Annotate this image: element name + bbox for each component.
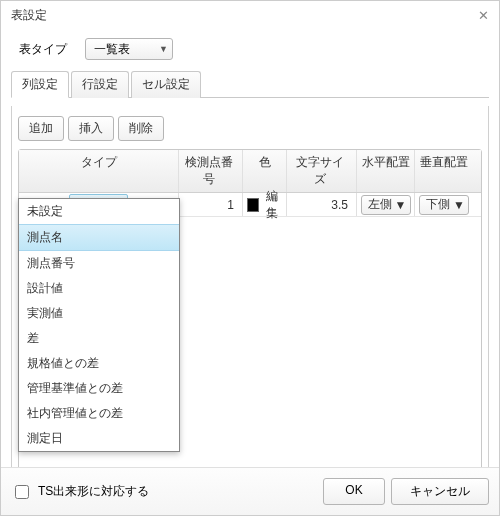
type-option[interactable]: 実測値 (19, 301, 179, 326)
grid-header: タイプ 検測点番号 色 文字サイズ 水平配置 垂直配置 (19, 150, 481, 193)
toolbar: 追加 挿入 削除 (18, 116, 482, 141)
type-option[interactable]: 規格値との差 (19, 351, 179, 376)
type-option[interactable]: 差 (19, 326, 179, 351)
halign-dropdown[interactable]: 左側 ▼ (361, 195, 411, 215)
col-header-type: タイプ (19, 150, 179, 192)
dialog-title: 表設定 (11, 7, 47, 24)
type-options-list: 未設定測点名測点番号設計値実測値差規格値との差管理基準値との差社内管理値との差測… (18, 198, 180, 452)
ts-checkbox-row[interactable]: TS出来形に対応する (11, 482, 149, 502)
insert-button[interactable]: 挿入 (68, 116, 114, 141)
table-type-value: 一覧表 (94, 41, 130, 58)
columns-grid: タイプ 検測点番号 色 文字サイズ 水平配置 垂直配置 測点名 ▼ 1 (18, 149, 482, 498)
type-option[interactable]: 社内管理値との差 (19, 401, 179, 426)
titlebar: 表設定 ✕ (1, 1, 499, 28)
col-header-color: 色 (243, 150, 287, 192)
table-type-dropdown[interactable]: 一覧表 ▼ (85, 38, 173, 60)
chevron-down-icon: ▼ (453, 198, 465, 212)
table-type-label: 表タイプ (19, 41, 67, 58)
close-icon[interactable]: ✕ (478, 8, 489, 23)
type-option[interactable]: 測点番号 (19, 251, 179, 276)
footer-buttons: OK キャンセル (323, 478, 489, 505)
tab-row-settings[interactable]: 行設定 (71, 71, 129, 98)
ts-checkbox-label: TS出来形に対応する (38, 483, 149, 500)
add-button[interactable]: 追加 (18, 116, 64, 141)
type-option[interactable]: 管理基準値との差 (19, 376, 179, 401)
valign-dropdown[interactable]: 下側 ▼ (419, 195, 469, 215)
cell-no: 1 (179, 193, 243, 216)
tabs: 列設定 行設定 セル設定 (11, 70, 489, 98)
tab-cell-settings[interactable]: セル設定 (131, 71, 201, 98)
cancel-button[interactable]: キャンセル (391, 478, 489, 505)
column-settings-panel: 追加 挿入 削除 タイプ 検測点番号 色 文字サイズ 水平配置 垂直配置 測点名… (11, 106, 489, 468)
chevron-down-icon: ▼ (159, 44, 168, 54)
cell-halign: 左側 ▼ (357, 193, 415, 216)
tab-column-settings[interactable]: 列設定 (11, 71, 69, 98)
col-header-no: 検測点番号 (179, 150, 243, 192)
cell-color[interactable]: 編集 (243, 193, 287, 216)
type-option[interactable]: 測点名 (19, 224, 179, 251)
chevron-down-icon: ▼ (395, 198, 407, 212)
ok-button[interactable]: OK (323, 478, 385, 505)
type-option[interactable]: 未設定 (19, 199, 179, 224)
col-header-size: 文字サイズ (287, 150, 357, 192)
col-header-halign: 水平配置 (357, 150, 415, 192)
col-header-valign: 垂直配置 (415, 150, 473, 192)
table-type-row: 表タイプ 一覧表 ▼ (1, 28, 499, 70)
ts-checkbox[interactable] (15, 485, 29, 499)
cell-valign: 下側 ▼ (415, 193, 473, 216)
dialog-footer: TS出来形に対応する OK キャンセル (1, 467, 499, 515)
type-option[interactable]: 測定日 (19, 426, 179, 451)
color-swatch (247, 198, 259, 212)
color-edit-label: 編集 (261, 188, 282, 222)
dialog-window: 表設定 ✕ 表タイプ 一覧表 ▼ 列設定 行設定 セル設定 追加 挿入 削除 タ… (0, 0, 500, 516)
delete-button[interactable]: 削除 (118, 116, 164, 141)
cell-size: 3.5 (287, 193, 357, 216)
type-option[interactable]: 設計値 (19, 276, 179, 301)
